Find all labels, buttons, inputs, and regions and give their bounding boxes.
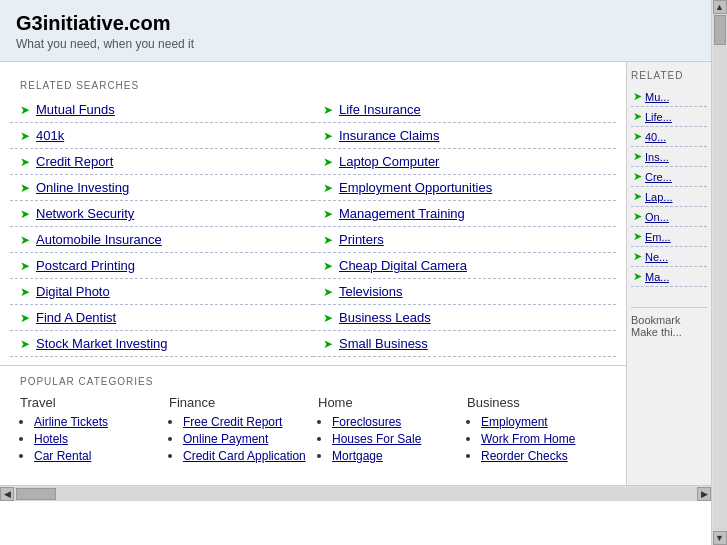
scroll-thumb[interactable] — [714, 15, 726, 45]
travel-title: Travel — [20, 395, 159, 410]
right-column: ➤ Life Insurance ➤ Insurance Claims ➤ La… — [313, 97, 616, 357]
finance-title: Finance — [169, 395, 308, 410]
free-credit-report-link[interactable]: Free Credit Report — [183, 415, 282, 429]
sidebar-401k-link[interactable]: 40... — [645, 131, 666, 143]
list-item: ➤ Automobile Insurance — [10, 227, 313, 253]
401k-link[interactable]: 401k — [36, 128, 64, 143]
bookmark-sublabel: Make thi... — [631, 326, 707, 338]
sidebar-em-link[interactable]: Em... — [645, 231, 671, 243]
car-rental-link[interactable]: Car Rental — [34, 449, 91, 463]
sidebar-on-link[interactable]: On... — [645, 211, 669, 223]
business-leads-link[interactable]: Business Leads — [339, 310, 431, 325]
arrow-icon: ➤ — [323, 337, 333, 351]
list-item: ➤ Life... — [631, 107, 707, 127]
sidebar-ins-link[interactable]: Ins... — [645, 151, 669, 163]
small-business-link[interactable]: Small Business — [339, 336, 428, 351]
business-column: Business Employment Work From Home Reord… — [467, 395, 606, 465]
reorder-checks-link[interactable]: Reorder Checks — [481, 449, 568, 463]
online-investing-link[interactable]: Online Investing — [36, 180, 129, 195]
automobile-insurance-link[interactable]: Automobile Insurance — [36, 232, 162, 247]
online-payment-link[interactable]: Online Payment — [183, 432, 268, 446]
list-item: ➤ Mutual Funds — [10, 97, 313, 123]
horizontal-scrollbar[interactable]: ◀ ▶ — [0, 485, 711, 501]
employment-pop-link[interactable]: Employment — [481, 415, 548, 429]
arrow-icon: ➤ — [20, 311, 30, 325]
employment-link[interactable]: Employment Opportunities — [339, 180, 492, 195]
bookmark-area: Bookmark Make thi... — [631, 307, 707, 344]
arrow-icon: ➤ — [20, 233, 30, 247]
scroll-down-button[interactable]: ▼ — [713, 531, 727, 545]
related-searches-label: RELATED SEARCHES — [0, 72, 626, 97]
arrow-icon: ➤ — [323, 181, 333, 195]
mortgage-link[interactable]: Mortgage — [332, 449, 383, 463]
travel-column: Travel Airline Tickets Hotels Car Rental — [20, 395, 159, 465]
arrow-icon: ➤ — [323, 129, 333, 143]
foreclosures-link[interactable]: Foreclosures — [332, 415, 401, 429]
list-item: ➤ Ma... — [631, 267, 707, 287]
scroll-right-button[interactable]: ▶ — [697, 487, 711, 501]
digital-photo-link[interactable]: Digital Photo — [36, 284, 110, 299]
insurance-claims-link[interactable]: Insurance Claims — [339, 128, 439, 143]
list-item: ➤ Digital Photo — [10, 279, 313, 305]
sidebar-life-link[interactable]: Life... — [645, 111, 672, 123]
list-item: ➤ Postcard Printing — [10, 253, 313, 279]
scroll-track — [713, 14, 727, 531]
arrow-icon: ➤ — [633, 210, 642, 223]
site-subtitle: What you need, when you need it — [16, 37, 695, 51]
arrow-icon: ➤ — [20, 155, 30, 169]
sidebar-ne-link[interactable]: Ne... — [645, 251, 668, 263]
list-item: ➤ 40... — [631, 127, 707, 147]
arrow-icon: ➤ — [20, 129, 30, 143]
sidebar-cre-link[interactable]: Cre... — [645, 171, 672, 183]
arrow-icon: ➤ — [20, 103, 30, 117]
airline-tickets-link[interactable]: Airline Tickets — [34, 415, 108, 429]
vertical-scrollbar[interactable]: ▲ ▼ — [711, 0, 727, 545]
list-item: ➤ Small Business — [313, 331, 616, 357]
sidebar-lap-link[interactable]: Lap... — [645, 191, 673, 203]
find-a-dentist-link[interactable]: Find A Dentist — [36, 310, 116, 325]
laptop-computer-link[interactable]: Laptop Computer — [339, 154, 439, 169]
list-item: ➤ Credit Report — [10, 149, 313, 175]
list-item: ➤ Stock Market Investing — [10, 331, 313, 357]
work-from-home-link[interactable]: Work From Home — [481, 432, 575, 446]
life-insurance-link[interactable]: Life Insurance — [339, 102, 421, 117]
credit-card-application-link[interactable]: Credit Card Application — [183, 449, 306, 463]
credit-report-link[interactable]: Credit Report — [36, 154, 113, 169]
sidebar-ma-link[interactable]: Ma... — [645, 271, 669, 283]
arrow-icon: ➤ — [323, 233, 333, 247]
finance-column: Finance Free Credit Report Online Paymen… — [169, 395, 308, 465]
network-security-link[interactable]: Network Security — [36, 206, 134, 221]
arrow-icon: ➤ — [633, 150, 642, 163]
list-item: ➤ Printers — [313, 227, 616, 253]
televisions-link[interactable]: Televisions — [339, 284, 403, 299]
hotels-link[interactable]: Hotels — [34, 432, 68, 446]
list-item: ➤ Televisions — [313, 279, 616, 305]
list-item: ➤ Ne... — [631, 247, 707, 267]
arrow-icon: ➤ — [20, 207, 30, 221]
stock-market-link[interactable]: Stock Market Investing — [36, 336, 168, 351]
management-training-link[interactable]: Management Training — [339, 206, 465, 221]
list-item: ➤ Employment Opportunities — [313, 175, 616, 201]
list-item: ➤ Insurance Claims — [313, 123, 616, 149]
postcard-printing-link[interactable]: Postcard Printing — [36, 258, 135, 273]
houses-for-sale-link[interactable]: Houses For Sale — [332, 432, 421, 446]
search-grid: ➤ Mutual Funds ➤ 401k ➤ Credit Report — [0, 97, 626, 357]
list-item: ➤ Online Investing — [10, 175, 313, 201]
list-item: ➤ Em... — [631, 227, 707, 247]
printers-link[interactable]: Printers — [339, 232, 384, 247]
cheap-digital-camera-link[interactable]: Cheap Digital Camera — [339, 258, 467, 273]
scroll-left-button[interactable]: ◀ — [0, 487, 14, 501]
sidebar-mutual-link[interactable]: Mu... — [645, 91, 669, 103]
scroll-thumb[interactable] — [16, 488, 56, 500]
mutual-funds-link[interactable]: Mutual Funds — [36, 102, 115, 117]
arrow-icon: ➤ — [633, 110, 642, 123]
arrow-icon: ➤ — [633, 90, 642, 103]
list-item: ➤ Life Insurance — [313, 97, 616, 123]
arrow-icon: ➤ — [20, 285, 30, 299]
list-item: ➤ Management Training — [313, 201, 616, 227]
arrow-icon: ➤ — [323, 259, 333, 273]
scroll-up-button[interactable]: ▲ — [713, 0, 727, 14]
list-item: ➤ On... — [631, 207, 707, 227]
bookmark-label: Bookmark — [631, 314, 707, 326]
list-item: ➤ Lap... — [631, 187, 707, 207]
